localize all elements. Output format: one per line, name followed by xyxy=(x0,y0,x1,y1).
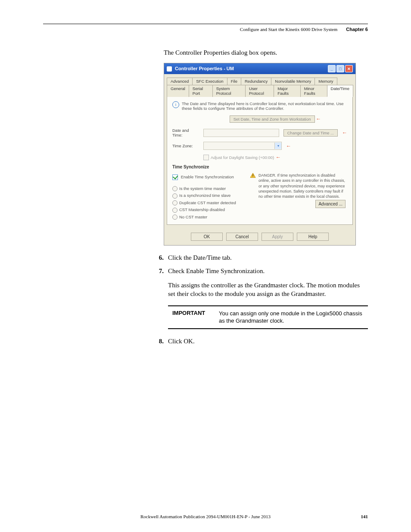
dialog-titlebar: Controller Properties - UM _ □ ✕ xyxy=(164,63,355,74)
tab-file[interactable]: File xyxy=(227,78,241,85)
adjust-dst-checkbox[interactable] xyxy=(203,155,209,160)
adjust-dst-label: Adjust for Daylight Saving (+00:00) xyxy=(211,155,274,160)
tab-major-faults[interactable]: Major Faults xyxy=(274,85,301,97)
chapter-label: Chapter 6 xyxy=(346,27,368,32)
advanced-button[interactable]: Advanced ... xyxy=(315,200,346,208)
enable-time-sync-label: Enable Time Synchronization xyxy=(181,174,234,179)
step-7: 7. Check Enable Time Synchronization. xyxy=(156,268,368,275)
step-8: 8. Click OK. xyxy=(156,338,368,345)
tab-redundancy[interactable]: Redundancy xyxy=(241,78,271,85)
set-date-time-zone-button[interactable]: Set Date, Time and Zone from Workstation xyxy=(230,115,315,123)
close-icon[interactable]: ✕ xyxy=(345,65,353,72)
controller-properties-dialog: Controller Properties - UM _ □ ✕ Advance… xyxy=(164,63,356,246)
radio-no-cst-label: No CST master xyxy=(179,215,207,219)
apply-button[interactable]: Apply xyxy=(262,233,293,241)
enable-time-sync-checkbox[interactable] xyxy=(172,174,178,180)
radio-cst-disabled[interactable] xyxy=(172,208,177,213)
tab-nonvolatile-memory[interactable]: Nonvolatile Memory xyxy=(271,78,315,85)
dialog-button-row: OK Cancel Apply Help xyxy=(164,229,355,245)
tab-row-front: General Serial Port System Protocol User… xyxy=(167,85,353,97)
step-number: 7. xyxy=(156,268,164,275)
radio-dup-cst-label: Duplicate CST master detected xyxy=(179,200,236,205)
time-zone-label: Time Zone: xyxy=(172,143,199,148)
step-number: 6. xyxy=(156,254,164,261)
step-text: Click the Date/Time tab. xyxy=(168,254,368,261)
radio-time-slave-label: Is a synchronized time slave xyxy=(179,193,230,198)
minimize-icon[interactable]: _ xyxy=(328,65,336,72)
warning-icon: ! xyxy=(250,173,256,178)
page-footer: Rockwell Automation Publication 2094-UM0… xyxy=(0,514,411,519)
intro-text: The Controller Properties dialog box ope… xyxy=(164,49,368,56)
date-time-label: Date and Time: xyxy=(172,128,199,137)
step-6: 6. Click the Date/Time tab. xyxy=(156,254,368,261)
tab-advanced[interactable]: Advanced xyxy=(167,78,193,85)
ok-button[interactable]: OK xyxy=(191,233,223,241)
tab-serial-port[interactable]: Serial Port xyxy=(189,85,213,97)
radio-no-cst[interactable] xyxy=(172,215,177,220)
tab-sfc-execution[interactable]: SFC Execution xyxy=(192,78,227,85)
step-number: 8. xyxy=(156,338,164,345)
enable-time-sync-row[interactable]: Enable Time Synchronization xyxy=(172,174,246,180)
radio-system-master[interactable] xyxy=(172,186,177,191)
change-date-time-button[interactable]: Change Date and Time ... xyxy=(283,129,338,137)
header-rule xyxy=(43,24,368,24)
doc-title: Configure and Start the Kinetix 6000 Dri… xyxy=(240,27,337,32)
info-text: The Date and Time displayed here is Cont… xyxy=(182,101,347,111)
tab-memory[interactable]: Memory xyxy=(314,78,337,85)
tab-general[interactable]: General xyxy=(167,85,189,97)
tab-row-back: Advanced SFC Execution File Redundancy N… xyxy=(167,77,353,85)
arrow-icon: ← xyxy=(342,130,347,136)
chevron-down-icon: ▾ xyxy=(274,143,281,149)
radio-dup-cst[interactable] xyxy=(172,200,177,205)
time-synchronize-section: Time Synchronize xyxy=(172,165,347,169)
cancel-button[interactable]: Cancel xyxy=(226,233,258,241)
info-icon: i xyxy=(172,101,179,108)
important-box: IMPORTANT You can assign only one module… xyxy=(168,305,368,329)
tab-user-protocol[interactable]: User Protocol xyxy=(245,85,274,97)
arrow-icon: ← xyxy=(286,143,291,149)
help-button[interactable]: Help xyxy=(297,233,329,241)
tab-content-date-time: i The Date and Time displayed here is Co… xyxy=(167,96,353,225)
radio-system-master-label: Is the system time master xyxy=(179,186,226,191)
page-header: Configure and Start the Kinetix 6000 Dri… xyxy=(43,27,368,32)
arrow-icon: ← xyxy=(316,116,321,122)
step-text: Click OK. xyxy=(168,338,368,345)
publication-info: Rockwell Automation Publication 2094-UM0… xyxy=(140,514,271,519)
radio-time-slave[interactable] xyxy=(172,193,177,199)
warning-text: DANGER. If time synchronization is disab… xyxy=(258,173,345,199)
maximize-icon[interactable]: □ xyxy=(336,65,344,72)
tab-date-time[interactable]: Date/Time xyxy=(327,85,353,97)
dialog-title: Controller Properties - UM xyxy=(175,66,234,71)
important-text: You can assign only one module in the Lo… xyxy=(219,310,368,325)
step-text: Check Enable Time Synchronization. xyxy=(168,268,368,275)
page-number: 141 xyxy=(361,514,368,519)
time-zone-select[interactable]: ▾ xyxy=(203,142,282,150)
tab-system-protocol[interactable]: System Protocol xyxy=(212,85,246,97)
important-label: IMPORTANT xyxy=(168,310,211,325)
svg-text:!: ! xyxy=(252,174,254,177)
dialog-icon xyxy=(167,66,172,72)
arrow-icon: ← xyxy=(276,154,281,160)
date-time-field[interactable] xyxy=(203,129,279,137)
radio-cst-disabled-label: CST Mastership disabled xyxy=(179,207,225,212)
tab-minor-faults[interactable]: Minor Faults xyxy=(300,85,327,97)
step-7-subtext: This assigns the controller as the Grand… xyxy=(168,281,368,299)
